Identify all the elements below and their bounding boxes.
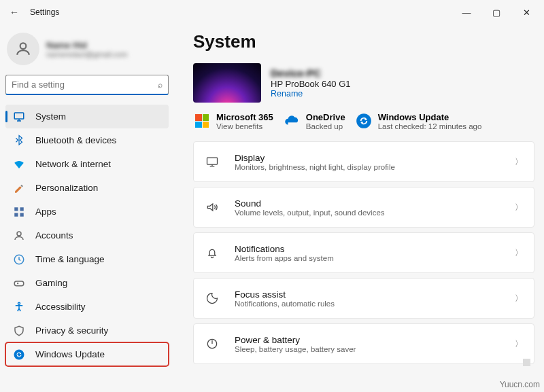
personalization-icon (12, 181, 26, 195)
profile[interactable]: Name Hid nameredact@gmail.com (7, 33, 169, 65)
accessibility-icon (12, 300, 26, 314)
sidebar-item-label: Bluetooth & devices (35, 135, 116, 145)
maximize-button[interactable]: ▢ (481, 7, 511, 18)
close-button[interactable]: ✕ (511, 7, 541, 18)
tile-onedrive[interactable]: OneDriveBacked up (283, 112, 345, 130)
card-desc: Alerts from apps and system (235, 254, 515, 262)
tile-label: Microsoft 365 (216, 112, 273, 122)
device-name: Device-PC (271, 67, 351, 79)
profile-email: nameredact@gmail.com (46, 50, 127, 58)
minimize-button[interactable]: — (452, 7, 481, 18)
svg-rect-1 (14, 113, 24, 119)
power-icon (205, 336, 220, 351)
chevron-right-icon: 〉 (515, 247, 523, 259)
sidebar-item-time[interactable]: Time & language (5, 247, 169, 271)
scrollbar-block (523, 359, 530, 366)
gaming-icon (12, 277, 26, 290)
sidebar-item-bluetooth[interactable]: Bluetooth & devices (5, 128, 169, 152)
sidebar-item-accounts[interactable]: Accounts (5, 224, 169, 247)
device-info: Device-PC HP ProBook 640 G1 Rename (193, 63, 534, 103)
sidebar-item-personalization[interactable]: Personalization (5, 176, 169, 200)
card-desc: Volume levels, output, input, sound devi… (235, 209, 515, 217)
card-focus[interactable]: Focus assistNotifications, automatic rul… (193, 278, 534, 319)
rename-link[interactable]: Rename (271, 89, 351, 99)
sidebar-item-label: Gaming (35, 278, 67, 288)
sidebar-item-label: Privacy & security (35, 325, 108, 336)
sidebar-item-label: Network & internet (35, 159, 111, 169)
svg-rect-12 (207, 158, 218, 164)
display-icon (205, 154, 220, 169)
apps-icon (12, 205, 26, 219)
status-tiles: Microsoft 365View benefits OneDriveBacke… (193, 112, 534, 130)
sidebar-item-gaming[interactable]: Gaming (5, 271, 169, 295)
svg-point-10 (14, 349, 24, 359)
device-thumbnail (193, 63, 261, 103)
tile-label: Windows Update (378, 112, 482, 122)
accounts-icon (12, 229, 26, 243)
avatar (7, 33, 39, 65)
back-button[interactable]: ← (3, 7, 26, 18)
search-icon: ⌕ (158, 80, 163, 90)
sidebar-item-label: Time & language (35, 254, 105, 264)
update-circle-icon (355, 112, 373, 130)
card-title: Display (235, 153, 515, 163)
svg-rect-3 (20, 207, 24, 211)
sidebar-item-label: Windows Update (35, 349, 105, 359)
tile-sub: Backed up (306, 122, 345, 130)
watermark: Yuucn.com (500, 380, 540, 389)
card-display[interactable]: DisplayMonitors, brightness, night light… (193, 141, 534, 182)
onedrive-icon (283, 112, 301, 130)
svg-point-9 (18, 302, 20, 304)
tile-label: OneDrive (306, 112, 345, 122)
time-icon (12, 253, 26, 266)
system-icon (12, 110, 26, 124)
tile-sub: View benefits (216, 122, 273, 130)
privacy-icon (12, 324, 26, 338)
card-desc: Monitors, brightness, night light, displ… (235, 163, 515, 171)
tile-update[interactable]: Windows UpdateLast checked: 12 minutes a… (355, 112, 482, 130)
tile-sub: Last checked: 12 minutes ago (378, 122, 482, 130)
card-title: Focus assist (235, 289, 515, 300)
m365-icon (193, 112, 211, 130)
sound-icon (205, 200, 220, 215)
update-icon (12, 348, 26, 361)
bell-icon (205, 245, 220, 260)
bluetooth-icon (12, 134, 26, 147)
app-title: Settings (30, 7, 59, 17)
sidebar-item-label: Accounts (35, 230, 73, 240)
tile-m365[interactable]: Microsoft 365View benefits (193, 112, 273, 130)
svg-rect-2 (14, 207, 18, 211)
settings-cards: DisplayMonitors, brightness, night light… (193, 141, 534, 364)
sidebar-item-network[interactable]: Network & internet (5, 152, 169, 176)
card-title: Sound (235, 198, 515, 209)
card-title: Power & battery (235, 335, 515, 345)
svg-point-11 (356, 113, 371, 128)
card-sound[interactable]: SoundVolume levels, output, input, sound… (193, 187, 534, 228)
sidebar-item-label: Personalization (35, 183, 98, 193)
search-input[interactable] (12, 79, 158, 90)
svg-point-0 (20, 43, 27, 49)
window-controls: — ▢ ✕ (452, 7, 541, 18)
network-icon (12, 158, 26, 171)
sidebar-item-update[interactable]: Windows Update (5, 342, 169, 366)
titlebar: ← Settings — ▢ ✕ (0, 0, 544, 24)
card-notifications[interactable]: NotificationsAlerts from apps and system… (193, 232, 534, 273)
sidebar-item-accessibility[interactable]: Accessibility (5, 295, 169, 319)
profile-name: Name Hid (46, 40, 127, 50)
svg-point-6 (17, 232, 21, 236)
search-box[interactable]: ⌕ (5, 75, 169, 95)
main-panel: System Device-PC HP ProBook 640 G1 Renam… (174, 24, 544, 392)
card-power[interactable]: Power & batterySleep, battery usage, bat… (193, 323, 534, 364)
chevron-right-icon: 〉 (515, 202, 523, 213)
card-desc: Notifications, automatic rules (235, 300, 515, 308)
focus-icon (205, 291, 220, 306)
sidebar-item-label: Accessibility (35, 302, 86, 312)
sidebar-item-system[interactable]: System (5, 105, 169, 128)
sidebar: Name Hid nameredact@gmail.com ⌕ System B… (0, 24, 174, 392)
svg-rect-8 (14, 281, 24, 286)
card-title: Notifications (235, 244, 515, 254)
card-desc: Sleep, battery usage, battery saver (235, 345, 515, 353)
sidebar-item-privacy[interactable]: Privacy & security (5, 319, 169, 342)
sidebar-item-apps[interactable]: Apps (5, 200, 169, 224)
chevron-right-icon: 〉 (515, 338, 523, 350)
